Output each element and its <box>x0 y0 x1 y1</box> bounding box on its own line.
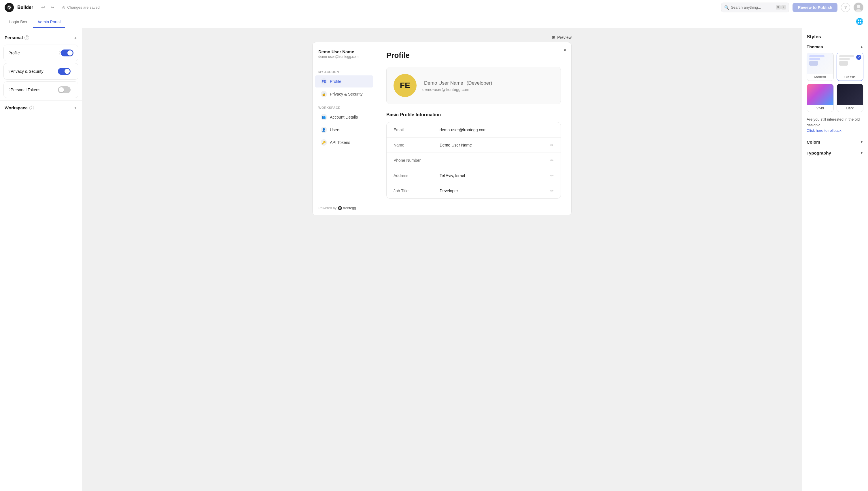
privacy-nav-icon: 🔒 <box>321 91 327 97</box>
portal-nav-profile[interactable]: FE Profile <box>315 76 373 87</box>
table-row: Address Tel Aviv, Israel ✏ <box>387 168 561 183</box>
personal-help-icon[interactable]: ? <box>25 35 29 40</box>
theme-modern-label: Modern <box>807 74 834 81</box>
table-row: Email demo-user@frontegg.com <box>387 122 561 138</box>
tab-bar: Login Box Admin Portal 🌐 <box>0 15 868 28</box>
themes-chevron-up: ▲ <box>860 45 863 49</box>
portal-content: Profile FE Demo User Name (Developer) de… <box>376 42 571 215</box>
help-button[interactable]: ? <box>841 3 850 12</box>
portal-page-title: Profile <box>386 51 561 60</box>
name-value: Demo User Name <box>440 143 550 147</box>
right-panel: Styles Themes ▲ Modern ✓ <box>802 28 868 491</box>
address-value: Tel Aviv, Israel <box>440 173 550 178</box>
job-title-edit-icon[interactable]: ✏ <box>550 189 554 193</box>
svg-point-3 <box>857 5 860 8</box>
portal-nav-api-tokens[interactable]: 🔑 API Tokens <box>315 137 373 148</box>
top-nav: Builder ↩ ↪ Changes are saved 🔍 ⌘ K Revi… <box>0 0 868 15</box>
undo-redo-group: ↩ ↪ <box>39 3 56 11</box>
users-nav-icon: 👤 <box>321 127 327 133</box>
job-title-value: Developer <box>440 189 550 193</box>
portal-close-button[interactable]: × <box>563 47 567 54</box>
personal-tokens-toggle[interactable] <box>58 86 71 93</box>
svg-point-0 <box>7 5 11 9</box>
portal-nav-users[interactable]: 👤 Users <box>315 124 373 136</box>
colors-chevron: ▼ <box>860 140 863 144</box>
workspace-chevron: ▼ <box>74 106 77 110</box>
portal-frame: × Demo User Name demo-user@frontegg.com … <box>312 42 572 215</box>
styles-title: Styles <box>807 34 863 40</box>
profile-card: FE Demo User Name (Developer) demo-user@… <box>386 67 561 104</box>
portal-nav-account-details-label: Account Details <box>330 115 358 119</box>
app-title: Builder <box>17 5 33 10</box>
preview-bar: ⊞ Preview <box>312 35 572 40</box>
svg-point-1 <box>9 7 10 9</box>
tab-login-box[interactable]: Login Box <box>5 17 32 28</box>
profile-toggle[interactable] <box>61 50 74 56</box>
portal-user-info: Demo User Name demo-user@frontegg.com <box>313 49 376 64</box>
address-edit-icon[interactable]: ✏ <box>550 173 554 178</box>
personal-tokens-help-icon[interactable]: ? <box>8 87 11 92</box>
publish-button[interactable]: Review to Publish <box>792 3 838 12</box>
job-title-label: Job Title <box>394 189 440 193</box>
profile-toggle-card: ? Profile <box>3 45 78 61</box>
privacy-help-icon[interactable]: ? <box>8 69 11 74</box>
personal-chevron-up: ▲ <box>74 36 77 40</box>
profile-nav-icon: FE <box>321 78 327 85</box>
themes-label: Themes <box>807 44 823 49</box>
workspace-title: Workspace ? <box>5 105 34 110</box>
phone-edit-icon[interactable]: ✏ <box>550 158 554 163</box>
portal-nav-account-details[interactable]: 👥 Account Details <box>315 111 373 123</box>
profile-help-icon[interactable]: ? <box>58 51 61 55</box>
portal-nav-workspace: WORKSPACE 👥 Account Details 👤 Users 🔑 AP… <box>313 105 376 148</box>
theme-classic[interactable]: ✓ Classic <box>837 53 864 81</box>
api-tokens-nav-icon: 🔑 <box>321 139 327 146</box>
name-label: Name <box>394 143 440 147</box>
rollback-link[interactable]: Click here to rollback <box>807 128 841 133</box>
portal-nav-privacy-label: Privacy & Security <box>330 92 363 96</box>
info-table: Email demo-user@frontegg.com Name Demo U… <box>386 122 561 199</box>
workspace-section-header[interactable]: Workspace ? ▼ <box>0 103 82 113</box>
typography-header[interactable]: Typography ▼ <box>807 147 863 155</box>
portal-nav-privacy[interactable]: 🔒 Privacy & Security <box>315 88 373 100</box>
frontegg-logo: frontegg <box>337 206 356 210</box>
name-edit-icon[interactable]: ✏ <box>550 143 554 147</box>
globe-icon[interactable]: 🌐 <box>856 18 863 25</box>
theme-classic-check: ✓ <box>856 55 861 60</box>
profile-info-name: Demo User Name (Developer) <box>422 80 492 86</box>
portal-sidebar: Demo User Name demo-user@frontegg.com MY… <box>313 42 376 215</box>
kbd-k: K <box>781 5 786 9</box>
redo-button[interactable]: ↪ <box>48 3 56 11</box>
personal-section-header[interactable]: Personal ? ▲ <box>0 33 82 43</box>
search-input[interactable] <box>731 5 774 9</box>
theme-dark-preview <box>837 84 863 105</box>
center-canvas: ⊞ Preview × Demo User Name demo-user@fro… <box>82 28 802 491</box>
user-avatar-nav[interactable] <box>853 3 863 12</box>
portal-inner: Demo User Name demo-user@frontegg.com MY… <box>313 42 571 215</box>
typography-chevron: ▼ <box>860 151 863 155</box>
profile-toggle-right <box>61 50 74 56</box>
colors-header[interactable]: Colors ▼ <box>807 136 863 144</box>
main-layout: Personal ? ▲ ? Profile .toggle-card { fl… <box>0 28 868 491</box>
portal-nav-api-tokens-label: API Tokens <box>330 140 350 145</box>
theme-vivid[interactable]: Vivid <box>807 84 834 112</box>
tab-admin-portal[interactable]: Admin Portal <box>33 17 65 28</box>
privacy-toggle-card: Privacy & Security ? <box>3 63 78 80</box>
preview-button[interactable]: ⊞ Preview <box>552 35 572 40</box>
workspace-help-icon[interactable]: ? <box>29 106 34 110</box>
preview-icon: ⊞ <box>552 35 555 40</box>
privacy-toggle[interactable] <box>58 68 71 75</box>
themes-header[interactable]: Themes ▲ <box>807 44 863 49</box>
address-label: Address <box>394 173 440 178</box>
undo-button[interactable]: ↩ <box>39 3 47 11</box>
save-status: Changes are saved <box>62 5 100 10</box>
theme-modern[interactable]: Modern <box>807 53 834 81</box>
typography-label: Typography <box>807 150 831 155</box>
theme-dark[interactable]: Dark <box>837 84 864 112</box>
profile-card-info: Demo User Name (Developer) demo-user@fro… <box>422 80 492 92</box>
profile-info-email: demo-user@frontegg.com <box>422 87 492 92</box>
profile-avatar: FE <box>394 74 416 97</box>
theme-dark-label: Dark <box>837 105 863 112</box>
portal-powered-by: Powered by frontegg <box>318 206 356 210</box>
search-kbd-hint: ⌘ K <box>776 5 786 9</box>
theme-vivid-preview <box>807 84 834 105</box>
